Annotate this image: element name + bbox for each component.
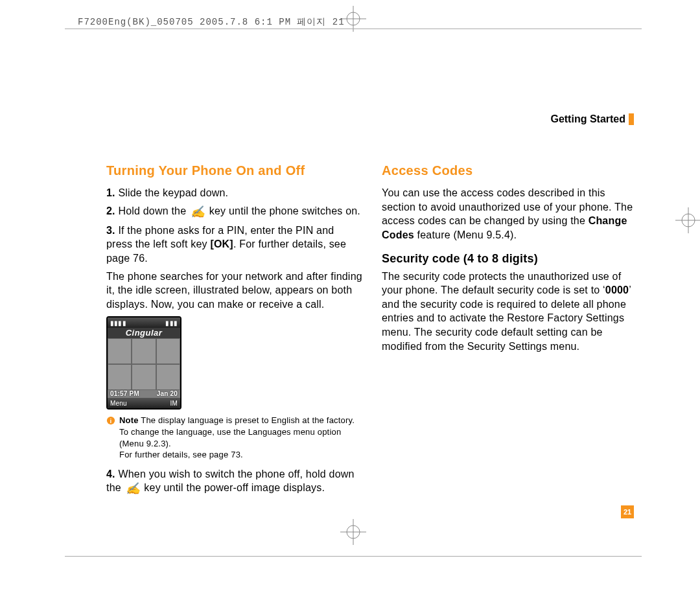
note-label: Note [119, 415, 139, 425]
step-4: 4. When you wish to switch the phone off… [106, 467, 362, 497]
section-marker-icon [629, 113, 634, 125]
phone-softkey-right: IM [170, 399, 178, 408]
phone-status-bar: ▮▮▮▮ ▮▮▮ [108, 318, 180, 328]
phone-carrier-label: Cingular [108, 328, 180, 338]
heading-access-codes: Access Codes [382, 162, 638, 179]
left-column: Turning Your Phone On and Off 1. Slide t… [106, 162, 362, 501]
step-1-text: Slide the keypad down. [115, 187, 229, 198]
step-3: 3. If the phone asks for a PIN, enter th… [106, 224, 362, 266]
phone-softkey-bar: Menu IM [108, 398, 180, 408]
section-label: Getting Started [550, 113, 634, 125]
svg-text:i: i [110, 417, 112, 424]
section-label-text: Getting Started [550, 113, 625, 125]
page-number-badge: 21 [621, 505, 634, 518]
phone-time-row: 01:57 PM Jan 20 [108, 389, 180, 398]
phone-date: Jan 20 [157, 389, 178, 398]
ok-softkey-label: [OK] [210, 238, 233, 249]
battery-icon: ▮▮▮ [165, 319, 178, 328]
security-code-paragraph: The security code protects the unauthori… [382, 270, 638, 354]
signal-icon: ▮▮▮▮ [110, 319, 126, 328]
registration-mark-bottom [340, 519, 366, 545]
end-key-icon: ✍ [189, 204, 206, 220]
step-1-number: 1. [106, 187, 115, 198]
note-text: The display language is preset to Englis… [119, 415, 355, 459]
default-code: 0000 [605, 284, 629, 295]
intro-b: feature (Menu 9.5.4). [414, 229, 517, 240]
step-3-number: 3. [106, 225, 115, 236]
note-icon: i [106, 416, 115, 425]
end-key-icon-2: ✍ [124, 481, 141, 496]
header-rule [65, 29, 642, 29]
access-codes-intro: You can use the access codes described i… [382, 186, 638, 242]
phone-wallpaper [108, 338, 180, 390]
heading-turning-on-off: Turning Your Phone On and Off [106, 162, 362, 179]
phone-softkey-left: Menu [110, 399, 127, 408]
registration-mark-right [675, 207, 700, 233]
sec-a: The security code protects the unauthori… [382, 271, 621, 296]
step-4-text-b: key until the power-off image displays. [141, 483, 325, 494]
step-2: 2. Hold down the ✍ key until the phone s… [106, 204, 362, 220]
right-column: Access Codes You can use the access code… [382, 162, 638, 501]
step-4-number: 4. [106, 468, 115, 479]
subheading-security-code: Security code (4 to 8 digits) [382, 251, 638, 266]
step-2-number: 2. [106, 205, 115, 216]
step-1: 1. Slide the keypad down. [106, 186, 362, 200]
step-2-text-b: key until the phone switches on. [206, 205, 360, 216]
step-2-text-a: Hold down the [115, 205, 189, 216]
print-slug: F7200Eng(BK)_050705 2005.7.8 6:1 PM 페이지 … [78, 16, 345, 28]
note-block: i Note The display language is preset to… [106, 415, 362, 460]
idle-screen-illustration: ▮▮▮▮ ▮▮▮ Cingular 01:57 PM Jan 20 Menu I… [106, 316, 181, 410]
network-search-paragraph: The phone searches for your network and … [106, 270, 362, 312]
phone-time: 01:57 PM [110, 389, 139, 398]
footer-rule [65, 556, 642, 557]
